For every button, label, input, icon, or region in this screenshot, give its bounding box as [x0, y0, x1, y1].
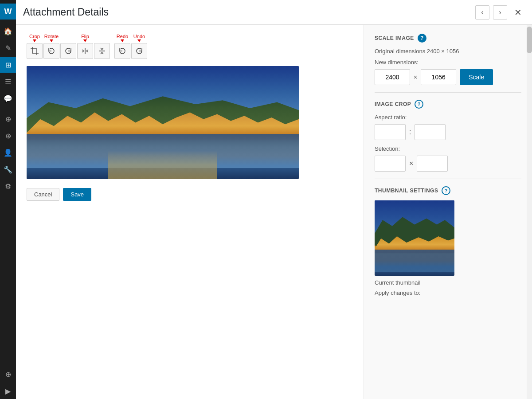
undo-button[interactable] [114, 43, 130, 59]
undo-label: Undo [133, 34, 145, 42]
close-button[interactable]: ✕ [511, 5, 525, 20]
flip-label: Flip [81, 34, 89, 42]
top-bar: Attachment Details ‹ › ✕ [16, 0, 532, 25]
image-container [27, 66, 353, 179]
dimensions-row: × Scale [375, 69, 521, 85]
aspect-ratio-label: Aspect ratio: [375, 114, 521, 121]
cancel-button[interactable]: Cancel [27, 188, 59, 201]
height-input[interactable] [421, 69, 456, 85]
sidebar-item-users[interactable]: 👤 [0, 145, 16, 160]
original-dimensions: Original dimensions 2400 × 1056 [375, 48, 521, 55]
sidebar-item-extra2[interactable]: ▶ [0, 383, 16, 399]
crop-button[interactable] [27, 43, 43, 59]
new-dimensions-label: New dimensions: [375, 59, 521, 66]
wp-logo[interactable]: W [0, 4, 16, 20]
scale-image-help-icon[interactable]: ? [418, 34, 426, 43]
page-title: Attachment Details [23, 6, 109, 18]
aspect-ratio-row: : [375, 124, 521, 140]
scrollbar-thumb[interactable] [527, 27, 532, 53]
selection-height-input[interactable] [417, 156, 448, 172]
scale-button[interactable]: Scale [460, 69, 493, 85]
ratio-width-input[interactable] [375, 124, 406, 140]
sidebar-item-pages[interactable]: ☰ [0, 74, 16, 90]
scale-image-section-title: SCALE IMAGE ? [375, 34, 521, 43]
main-image [27, 66, 299, 179]
flip-horizontal-button[interactable] [77, 43, 93, 59]
divider-2 [375, 179, 521, 179]
image-crop-title: IMAGE CROP [375, 101, 411, 107]
redo-button[interactable] [131, 43, 147, 59]
crop-section: Crop [27, 34, 43, 59]
ratio-height-input[interactable] [415, 124, 446, 140]
apply-changes-label: Apply changes to: [375, 289, 521, 296]
sidebar-item-posts[interactable]: ✎ [0, 40, 16, 56]
right-panel: SCALE IMAGE ? Original dimensions 2400 ×… [364, 25, 532, 399]
thumbnail-image [375, 200, 454, 276]
rotate-label: Rotate [44, 34, 59, 42]
action-buttons: Cancel Save [27, 188, 353, 201]
redo-label: Redo [117, 34, 128, 42]
rotate-right-section: x [60, 34, 76, 59]
selection-label: Selection: [375, 145, 521, 152]
top-bar-nav: ‹ › ✕ [475, 5, 525, 20]
sidebar-item-appearance[interactable]: ⊕ [0, 111, 16, 127]
rotate-right-button[interactable] [60, 43, 76, 59]
scale-image-title: SCALE IMAGE [375, 35, 414, 41]
thumbnail-settings-title: THUMBNAIL SETTINGS [375, 188, 438, 194]
sidebar-item-extra1[interactable]: ⊕ [0, 366, 16, 382]
rotate-left-section: Rotate [43, 34, 59, 59]
divider-1 [375, 92, 521, 93]
toolbar: Crop Rotate [27, 34, 353, 59]
image-crop-help-icon[interactable]: ? [415, 100, 423, 109]
dimensions-separator: × [414, 74, 417, 81]
rotate-left-button[interactable] [43, 43, 59, 59]
image-crop-section-title: IMAGE CROP ? [375, 100, 521, 109]
redo-section: Undo [131, 34, 147, 59]
crop-label: Crop [29, 34, 40, 42]
selection-separator: × [409, 160, 413, 168]
main-area: Attachment Details ‹ › ✕ Crop [16, 0, 532, 399]
sidebar-item-comments[interactable]: 💬 [0, 90, 16, 106]
thumbnail-section-title: THUMBNAIL SETTINGS ? [375, 186, 521, 195]
width-input[interactable] [375, 69, 410, 85]
left-panel: Crop Rotate [16, 25, 364, 399]
selection-width-input[interactable] [375, 156, 406, 172]
next-button[interactable]: › [493, 5, 507, 20]
save-button[interactable]: Save [63, 188, 91, 201]
undo-section: Redo [114, 34, 130, 59]
flip-h-section: Flip [77, 34, 93, 59]
sidebar-item-plugins[interactable]: ⊕ [0, 128, 16, 144]
sidebar-item-tools[interactable]: 🔧 [0, 161, 16, 177]
ratio-separator: : [409, 128, 411, 136]
flip-vertical-button[interactable] [94, 43, 110, 59]
sidebar-item-media[interactable]: ⊞ [0, 57, 16, 73]
thumbnail-help-icon[interactable]: ? [442, 186, 450, 195]
prev-button[interactable]: ‹ [475, 5, 489, 20]
current-thumbnail-label: Current thumbnail [375, 279, 521, 286]
sidebar-item-settings[interactable]: ⚙ [0, 178, 16, 194]
sidebar: W 🏠 ✎ ⊞ ☰ 💬 ⊕ ⊕ 👤 🔧 ⚙ ⊕ ▶ [0, 0, 16, 399]
flip-v-section: x [94, 34, 110, 59]
sidebar-item-dashboard[interactable]: 🏠 [0, 23, 16, 39]
selection-row: × [375, 156, 521, 172]
content-area: Crop Rotate [16, 25, 532, 399]
scrollbar-track[interactable] [527, 25, 532, 399]
